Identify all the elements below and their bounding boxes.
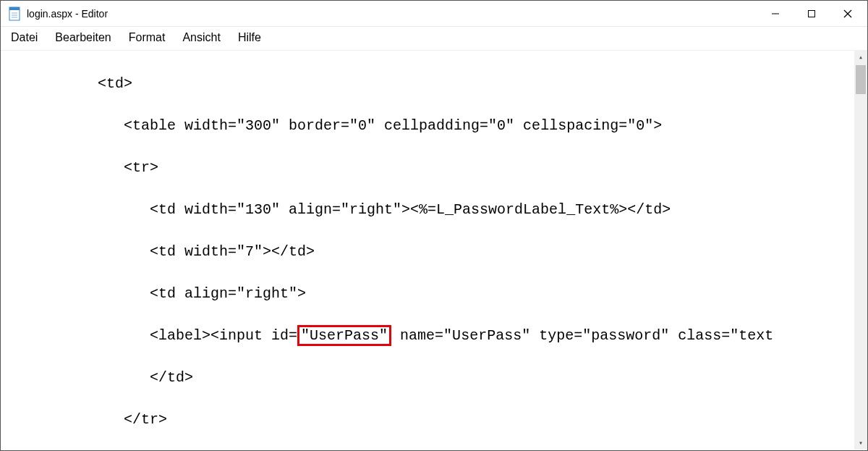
- editor-textarea[interactable]: <td> <table width="300" border="0" cellp…: [1, 51, 867, 450]
- scroll-thumb[interactable]: [856, 65, 866, 94]
- code-line: <td width="7"></td>: [11, 241, 867, 262]
- notepad-icon: [8, 7, 21, 20]
- code-line: <tr>: [11, 157, 867, 178]
- code-line: </td>: [11, 367, 867, 388]
- menu-bearbeiten[interactable]: Bearbeiten: [52, 30, 119, 46]
- code-line: </tr>: [11, 409, 867, 430]
- window-title: login.aspx - Editor: [27, 8, 108, 20]
- code-line: <td align="right">: [11, 283, 867, 304]
- code-line: <table width="300" border="0" cellpaddin…: [11, 115, 867, 136]
- close-button[interactable]: [830, 1, 866, 27]
- vertical-scrollbar[interactable]: ▴ ▾: [854, 51, 867, 450]
- maximize-button[interactable]: [793, 1, 830, 27]
- scroll-down-arrow[interactable]: ▾: [854, 437, 867, 450]
- menubar: Datei Bearbeiten Format Ansicht Hilfe: [1, 27, 867, 51]
- menu-format[interactable]: Format: [126, 30, 174, 46]
- highlighted-userpass: "UserPass": [297, 325, 391, 346]
- code-line: <td width="130" align="right"><%=L_Passw…: [11, 199, 867, 220]
- svg-rect-6: [809, 10, 815, 17]
- svg-rect-1: [9, 7, 20, 10]
- code-line: <label><input id="UserPass" name="UserPa…: [11, 325, 867, 346]
- scroll-up-arrow[interactable]: ▴: [854, 51, 867, 64]
- menu-ansicht[interactable]: Ansicht: [179, 30, 229, 46]
- menu-datei[interactable]: Datei: [8, 30, 46, 46]
- minimize-button[interactable]: [757, 1, 793, 27]
- code-line: <td>: [11, 73, 867, 94]
- menu-hilfe[interactable]: Hilfe: [235, 30, 270, 46]
- titlebar: login.aspx - Editor: [1, 1, 867, 27]
